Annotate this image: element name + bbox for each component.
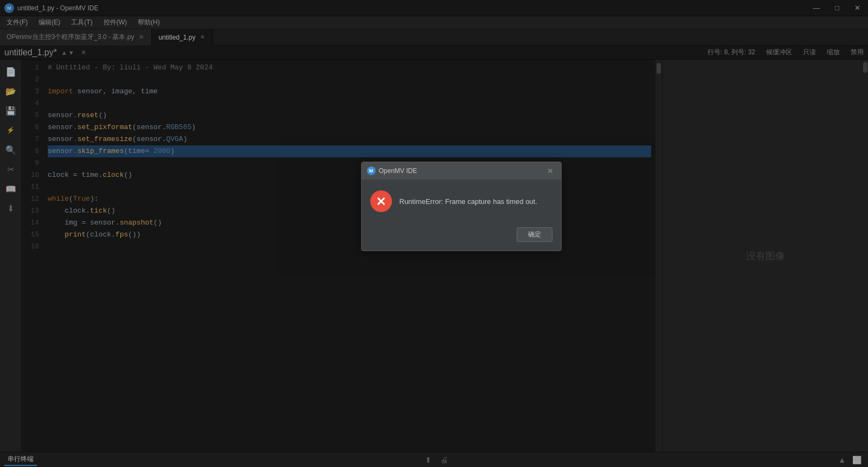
modal-ok-button[interactable]: 确定 xyxy=(517,227,552,242)
modal-dialog: M OpenMV IDE ✕ RuntimeError: Frame captu… xyxy=(361,162,562,251)
modal-message-text: RuntimeError: Frame capture has timed ou… xyxy=(400,197,552,206)
modal-title-text: OpenMV IDE xyxy=(379,167,417,175)
modal-body: RuntimeError: Frame capture has timed ou… xyxy=(362,180,561,223)
openmv-logo-icon: M xyxy=(367,167,376,175)
modal-titlebar-left: M OpenMV IDE xyxy=(367,167,417,175)
modal-close-button[interactable]: ✕ xyxy=(545,165,556,176)
modal-overlay: M OpenMV IDE ✕ RuntimeError: Frame captu… xyxy=(0,0,868,467)
modal-titlebar: M OpenMV IDE ✕ xyxy=(362,162,561,180)
modal-footer: 确定 xyxy=(362,223,561,251)
x-mark-icon xyxy=(376,196,387,207)
error-icon xyxy=(370,190,392,212)
